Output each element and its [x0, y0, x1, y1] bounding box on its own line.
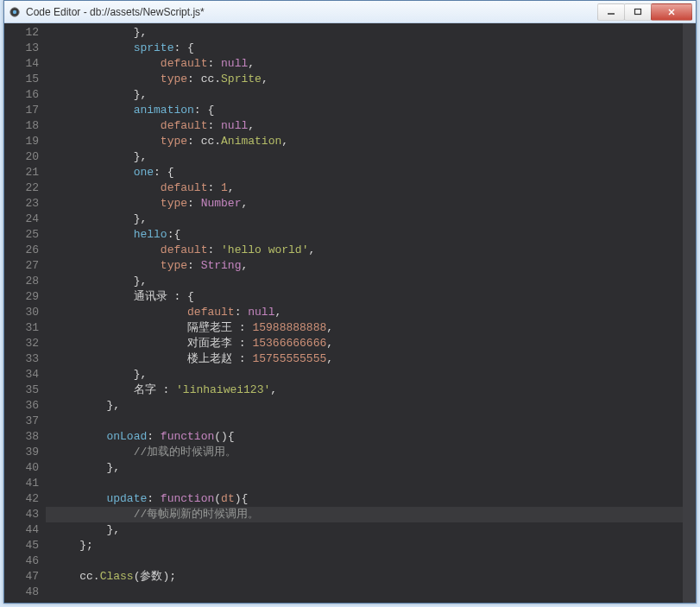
code-line[interactable]: }, [46, 460, 683, 476]
line-number: 38 [4, 429, 39, 445]
svg-rect-3 [635, 9, 641, 14]
line-number: 22 [4, 180, 39, 196]
code-line[interactable]: default: 'hello world', [46, 243, 683, 258]
line-number: 48 [4, 585, 39, 600]
line-number: 32 [4, 336, 39, 351]
editor-area: 1213141516171819202122232425262728293031… [4, 23, 696, 603]
line-number: 14 [4, 56, 39, 72]
code-text-area[interactable]: }, sprite: { default: null, type: cc.Spr… [46, 23, 683, 603]
code-line[interactable]: onLoad: function(){ [46, 429, 683, 445]
code-line[interactable]: }, [46, 367, 683, 383]
line-number: 34 [4, 367, 39, 383]
line-number: 20 [4, 149, 39, 165]
code-line[interactable]: }, [46, 212, 683, 227]
minimize-button[interactable] [597, 3, 625, 21]
code-line[interactable]: }; [46, 538, 683, 553]
line-number: 33 [4, 351, 39, 367]
code-line[interactable]: sprite: { [46, 41, 683, 56]
code-line[interactable]: 名字 : 'linhaiwei123', [46, 383, 683, 398]
code-line[interactable]: type: String, [46, 258, 683, 274]
code-line[interactable]: type: Number, [46, 196, 683, 212]
code-line[interactable]: default: 1, [46, 180, 683, 196]
line-number: 35 [4, 383, 39, 398]
code-line[interactable]: }, [46, 522, 683, 538]
code-line[interactable]: //加载的时候调用。 [46, 445, 683, 460]
line-number: 19 [4, 134, 39, 149]
line-number: 30 [4, 305, 39, 320]
code-line[interactable]: default: null, [46, 118, 683, 134]
code-line[interactable]: }, [46, 398, 683, 414]
line-number: 27 [4, 258, 39, 274]
app-icon [8, 5, 22, 19]
code-line[interactable]: default: null, [46, 305, 683, 320]
line-number: 12 [4, 25, 39, 41]
line-number: 41 [4, 476, 39, 491]
code-line[interactable]: }, [46, 274, 683, 289]
code-line[interactable]: 对面老李 : 15366666666, [46, 336, 683, 351]
line-number: 15 [4, 72, 39, 87]
line-number: 16 [4, 87, 39, 103]
window-controls [598, 3, 692, 21]
window-frame: Code Editor - db://assets/NewScript.js* … [3, 0, 697, 604]
code-line[interactable]: //每帧刷新的时候调用。 [46, 507, 683, 522]
code-line[interactable]: }, [46, 25, 683, 41]
code-line[interactable] [46, 476, 683, 491]
titlebar[interactable]: Code Editor - db://assets/NewScript.js* [4, 1, 696, 23]
line-number: 31 [4, 320, 39, 336]
line-number: 40 [4, 460, 39, 476]
svg-point-1 [13, 9, 16, 13]
line-number: 47 [4, 569, 39, 585]
line-number: 45 [4, 538, 39, 553]
line-number: 13 [4, 41, 39, 56]
code-line[interactable]: default: null, [46, 56, 683, 72]
line-number: 39 [4, 445, 39, 460]
code-line[interactable] [46, 553, 683, 569]
line-number: 18 [4, 118, 39, 134]
code-line[interactable]: animation: { [46, 103, 683, 118]
code-line[interactable]: 隔壁老王 : 15988888888, [46, 320, 683, 336]
window-title: Code Editor - db://assets/NewScript.js* [26, 6, 598, 18]
line-number: 28 [4, 274, 39, 289]
line-number: 36 [4, 398, 39, 414]
line-number: 44 [4, 522, 39, 538]
code-line[interactable]: cc.Class(参数); [46, 569, 683, 585]
code-line[interactable]: type: cc.Sprite, [46, 72, 683, 87]
line-number: 26 [4, 243, 39, 258]
code-line[interactable]: }, [46, 149, 683, 165]
code-line[interactable]: 通讯录 : { [46, 289, 683, 305]
code-line[interactable] [46, 585, 683, 600]
line-number-gutter[interactable]: 1213141516171819202122232425262728293031… [4, 23, 46, 603]
vertical-scrollbar[interactable] [683, 23, 696, 603]
close-button[interactable] [651, 3, 692, 21]
line-number: 24 [4, 212, 39, 227]
code-line[interactable]: hello:{ [46, 227, 683, 243]
code-line[interactable]: type: cc.Animation, [46, 134, 683, 149]
code-line[interactable]: update: function(dt){ [46, 491, 683, 507]
code-line[interactable] [46, 414, 683, 429]
line-number: 46 [4, 553, 39, 569]
code-line[interactable]: one: { [46, 165, 683, 180]
line-number: 23 [4, 196, 39, 212]
code-line[interactable]: 楼上老赵 : 15755555555, [46, 351, 683, 367]
line-number: 25 [4, 227, 39, 243]
line-number: 21 [4, 165, 39, 180]
line-number: 29 [4, 289, 39, 305]
line-number: 37 [4, 414, 39, 429]
code-line[interactable]: }, [46, 87, 683, 103]
line-number: 42 [4, 491, 39, 507]
line-number: 43 [4, 507, 39, 522]
maximize-button[interactable] [624, 3, 652, 21]
line-number: 17 [4, 103, 39, 118]
